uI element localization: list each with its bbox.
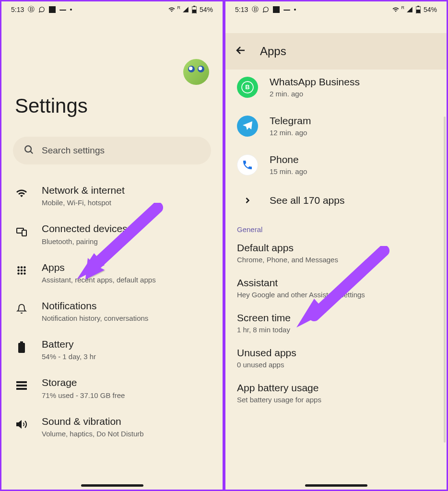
- menu-sound[interactable]: Sound & vibration Volume, haptics, Do No…: [1, 407, 223, 445]
- menu-title: Battery: [42, 338, 211, 351]
- profile-avatar[interactable]: [183, 59, 209, 85]
- svg-rect-17: [18, 343, 25, 353]
- gen-screen-time[interactable]: Screen time 1 hr, 8 min today: [225, 305, 447, 340]
- app-name: WhatsApp Business: [270, 76, 435, 88]
- app-name: Phone: [270, 154, 435, 165]
- app-sub: 12 min. ago: [270, 129, 435, 137]
- menu-sub: Notification history, conversations: [42, 314, 211, 322]
- battery-text: 54%: [200, 6, 213, 13]
- svg-point-14: [21, 272, 23, 275]
- menu-sub: 54% - 1 day, 3 hr: [42, 352, 211, 361]
- phone-app-icon: [237, 154, 258, 175]
- battery-icon: [15, 340, 28, 354]
- status-dash-icon: [59, 9, 66, 11]
- gen-app-battery[interactable]: App battery usage Set battery usage for …: [225, 375, 447, 410]
- svg-line-4: [31, 151, 33, 153]
- gen-title: Assistant: [237, 277, 435, 289]
- svg-rect-19: [16, 385, 27, 386]
- menu-sub: Mobile, Wi-Fi, hotspot: [42, 199, 211, 207]
- status-dot-icon: [70, 9, 72, 11]
- gen-title: Default apps: [237, 242, 435, 254]
- bell-icon: [15, 302, 28, 316]
- gen-assistant[interactable]: Assistant Hey Google and other Assistant…: [225, 270, 447, 305]
- status-r-icon: R: [177, 5, 180, 10]
- wifi-icon: [392, 6, 399, 13]
- menu-connected-devices[interactable]: Connected devices Bluetooth, pairing: [1, 214, 223, 253]
- menu-title: Apps: [42, 261, 211, 274]
- svg-point-13: [17, 272, 20, 275]
- chevron-right-icon: [237, 196, 258, 205]
- status-bar: 5:13 Ⓑ R 54%: [225, 1, 447, 18]
- svg-rect-20: [16, 388, 27, 390]
- whatsapp-status-icon: [38, 6, 45, 13]
- status-time: 5:13: [11, 6, 24, 13]
- svg-point-7: [17, 266, 20, 269]
- menu-sub: 71% used - 37.10 GB free: [42, 391, 211, 399]
- nav-handle[interactable]: [305, 484, 367, 487]
- nav-handle[interactable]: [81, 484, 143, 487]
- menu-title: Storage: [42, 376, 211, 389]
- status-b-icon: Ⓑ: [28, 6, 35, 13]
- status-dot-icon: [294, 9, 296, 11]
- app-row-phone[interactable]: Phone 15 min. ago: [225, 145, 447, 184]
- scroll-indicator[interactable]: [444, 117, 446, 443]
- see-all-text: See all 170 apps: [270, 195, 344, 206]
- menu-sub: Bluetooth, pairing: [42, 237, 211, 246]
- svg-point-12: [24, 269, 26, 271]
- svg-point-10: [17, 269, 20, 271]
- wifi-icon: [15, 187, 28, 200]
- menu-title: Connected devices: [42, 222, 211, 235]
- section-general: General: [225, 217, 447, 235]
- apps-icon: [15, 264, 28, 277]
- svg-rect-25: [416, 10, 420, 13]
- svg-text:B: B: [245, 83, 249, 91]
- app-sub: 2 min. ago: [270, 90, 435, 98]
- gen-unused-apps[interactable]: Unused apps 0 unused apps: [225, 340, 447, 375]
- menu-notifications[interactable]: Notifications Notification history, conv…: [1, 292, 223, 330]
- status-r-icon: R: [401, 5, 404, 10]
- signal-icon: [182, 6, 189, 13]
- see-all-apps[interactable]: See all 170 apps: [225, 184, 447, 217]
- wifi-icon: [168, 6, 175, 13]
- app-row-telegram[interactable]: Telegram 12 min. ago: [225, 106, 447, 145]
- svg-rect-6: [22, 230, 26, 236]
- whatsapp-icon: B: [237, 77, 258, 98]
- svg-point-9: [24, 266, 26, 269]
- apps-header: Apps: [225, 33, 447, 70]
- status-time: 5:13: [235, 6, 248, 13]
- gen-title: Unused apps: [237, 347, 435, 359]
- gen-sub: Set battery usage for apps: [237, 396, 435, 404]
- gen-title: Screen time: [237, 312, 435, 324]
- battery-icon: [191, 6, 198, 13]
- menu-storage[interactable]: Storage 71% used - 37.10 GB free: [1, 368, 223, 407]
- svg-point-15: [24, 272, 26, 275]
- app-sub: 15 min. ago: [270, 167, 435, 175]
- volume-icon: [15, 418, 28, 431]
- status-square-icon: [273, 6, 280, 13]
- gen-sub: 0 unused apps: [237, 361, 435, 369]
- app-row-whatsapp[interactable]: B WhatsApp Business 2 min. ago: [225, 68, 447, 106]
- status-bar: 5:13 Ⓑ R 54%: [1, 1, 223, 18]
- menu-battery[interactable]: Battery 54% - 1 day, 3 hr: [1, 330, 223, 368]
- signal-icon: [406, 6, 413, 13]
- telegram-icon: [237, 116, 258, 137]
- storage-icon: [15, 379, 28, 392]
- battery-text: 54%: [424, 6, 437, 13]
- svg-rect-16: [20, 341, 23, 343]
- back-button[interactable]: [235, 45, 247, 58]
- menu-sub: Volume, haptics, Do Not Disturb: [42, 430, 211, 438]
- search-placeholder: Search settings: [42, 145, 105, 156]
- menu-apps[interactable]: Apps Assistant, recent apps, default app…: [1, 253, 223, 292]
- gen-sub: Chrome, Phone, and Messages: [237, 256, 435, 264]
- whatsapp-status-icon: [262, 6, 269, 13]
- phone-apps: 5:13 Ⓑ R 54%: [224, 0, 448, 491]
- search-input[interactable]: Search settings: [13, 137, 211, 164]
- status-square-icon: [49, 6, 56, 13]
- gen-default-apps[interactable]: Default apps Chrome, Phone, and Messages: [225, 235, 447, 270]
- gen-title: App battery usage: [237, 382, 435, 394]
- menu-sub: Assistant, recent apps, default apps: [42, 276, 211, 284]
- devices-icon: [15, 225, 28, 238]
- menu-network[interactable]: Network & internet Mobile, Wi-Fi, hotspo…: [1, 176, 223, 214]
- menu-title: Notifications: [42, 299, 211, 312]
- gen-sub: 1 hr, 8 min today: [237, 326, 435, 334]
